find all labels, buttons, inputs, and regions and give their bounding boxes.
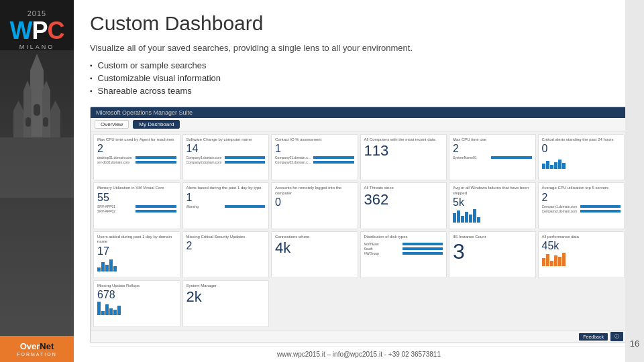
wpc-w: W [10,17,32,44]
bar-segment [469,215,472,223]
bar-segment [554,255,557,266]
list-item: HWGroup [364,251,443,255]
list-item: desktop01.domain.com [97,156,176,160]
formation-text: FORMATION [17,352,56,357]
card-system-manager: System Manager 2k [182,280,270,327]
svg-rect-11 [34,104,40,116]
bar-segment [97,267,101,272]
bar-segment [550,261,553,266]
card-connections: Connections where 4k [271,231,358,278]
dash-header-title: Microsoft Operations Manager Suite [96,109,193,116]
net-text: Net [40,341,54,351]
list-item: SystemName01 [453,156,532,160]
wpc-text: WPC [10,19,64,43]
card-software-change: Software Change by computer name 14 Comp… [182,134,270,181]
bar-segment [105,304,109,315]
card-accounts-value: 0 [275,197,354,208]
bar-segment [550,165,553,169]
card-avg-cpu: Average CPU utilisation top 5 servers 2 … [538,182,625,229]
card-avg-cpu-value: 2 [542,192,621,203]
bar-segment [101,262,105,272]
dashboard-screenshot: Microsoft Operations Manager Suite Overv… [90,107,628,344]
overnet-logo: OverNet [20,341,54,351]
info-btn[interactable]: ⓘ [610,332,623,341]
card-memory-value: 55 [97,192,176,203]
list-item: Warning [186,204,266,208]
card-contact-io-title: Contact IO % assessment [275,137,354,142]
card-threats-value: 362 [364,192,443,207]
card-all-perf-value: 45k [542,241,621,251]
card-software-change-title: Software Change by computer name [186,137,266,142]
card-software-change-list: Company1.domain.com Company2.domain.com [186,156,266,165]
card-missing-updates-value: 678 [97,290,176,300]
card-contact-io: Contact IO % assessment 1 Company01.doma… [271,134,358,181]
bar-segment [97,302,101,315]
card-connections-title: Connections where [275,235,354,239]
sidebar: 2015 WPC MILANO O [0,0,74,362]
card-max-cpu-use-value: 2 [453,143,532,154]
svg-marker-7 [13,101,23,111]
dash-tab-bar: Overview My Dashboard [91,118,627,131]
card-missing-updates-title: Missing Update Rollups [97,284,176,288]
card-users-added: Users added during past 1 day by domain … [93,231,180,278]
bar-segment [562,163,566,169]
bar-segment [558,257,561,266]
card-users-added-value: 17 [97,246,176,257]
list-item: Company2.domain.com [186,160,266,164]
main-content: Custom Dashboard Visualize all of your s… [74,0,644,362]
card-all-computers: All Computers with the most recent data … [360,134,447,181]
card-missing-security: Missing Critical Security Updates 2 [182,231,270,278]
bar-segment [554,162,557,169]
users-added-bar [97,258,176,272]
windows-failures-bar [453,209,532,223]
cathedral-icon [0,50,74,198]
card-all-perf-title: All performance data [542,235,621,239]
bullet-item-2: Customizable visual information [90,72,628,84]
dashboard-inner: Microsoft Operations Manager Suite Overv… [91,107,627,343]
card-all-computers-title: All Computers with the most recent data [364,137,443,142]
bar-segment [473,209,476,223]
feedback-btn[interactable]: Feedback [579,333,608,341]
bar-segment [542,164,545,169]
dash-body: Max CPU time used by Agent for machines … [91,131,627,330]
list-item: Company1.domain.com [542,204,621,208]
card-memory-list: SRV-APP01 SRV-APP02 [97,204,176,214]
card-accounts-title: Accounts for remotely logged into the co… [275,186,354,195]
bar-segment [101,311,105,315]
card-mac-cpu-list: desktop01.domain.com srv-db02.domain.com [97,156,176,165]
overnet-branding: OverNet FORMATION [0,336,74,362]
list-item: South [364,247,443,251]
bar-segment [113,266,117,272]
svg-rect-10 [0,137,74,198]
card-alerts-list: Warning [186,204,266,209]
card-all-computers-value: 113 [364,143,443,158]
card-system-manager-title: System Manager [186,284,266,288]
card-iis-value: 3 [453,241,532,262]
bar-segment [461,216,464,223]
svg-marker-1 [30,54,44,70]
card-missing-updates: Missing Update Rollups 678 [93,280,180,327]
tab-my-dashboard[interactable]: My Dashboard [133,120,180,129]
card-mac-cpu: Max CPU time used by Agent for machines … [93,134,180,181]
list-item: SRV-APP02 [97,209,176,213]
card-contact-io-list: Company01.domain.com Company02.domain.co… [275,156,354,165]
page-number-area: 16 [625,0,644,362]
page-number: 16 [630,339,639,349]
card-max-cpu-use-title: Max CPU time use [453,137,532,142]
card-max-cpu-list: SystemName01 [453,156,532,160]
card-critical-alerts: Critical alerts standing the past 24 hou… [538,134,625,181]
bar-segment [558,160,561,169]
svg-rect-13 [43,117,48,127]
tab-overview[interactable]: Overview [95,120,129,129]
card-max-cpu-use: Max CPU time use 2 SystemName01 [449,134,536,181]
dash-footer: Feedback ⓘ [91,330,627,343]
page-title: Custom Dashboard [90,12,628,35]
card-all-perf: All performance data 45k [538,231,625,278]
sidebar-top: 2015 WPC MILANO [10,0,64,50]
bar-segment [465,212,468,223]
card-critical-bar [542,156,621,169]
bar-segment [109,259,113,272]
list-item: NorthEast [364,242,443,246]
card-windows-failures-title: Avg or all Windows failures that have be… [453,186,532,195]
missing-updates-bar [97,302,176,315]
